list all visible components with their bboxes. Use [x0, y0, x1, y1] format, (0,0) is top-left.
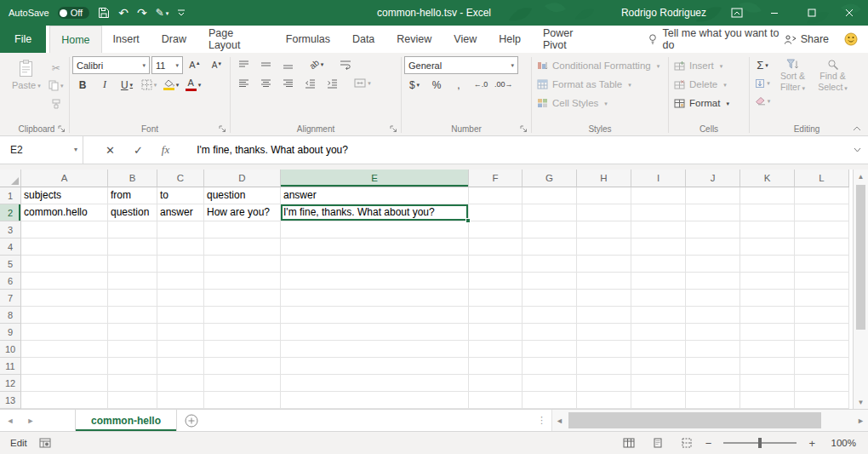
ribbon-display-options-button[interactable]	[718, 0, 756, 26]
cell-I9[interactable]	[631, 324, 686, 341]
cell-H2[interactable]	[577, 204, 631, 221]
cell-E11[interactable]	[281, 358, 469, 375]
cell-D13[interactable]	[204, 392, 281, 409]
cell-A4[interactable]	[21, 238, 108, 256]
cell-I13[interactable]	[631, 392, 686, 409]
tab-data[interactable]: Data	[341, 26, 385, 53]
formula-input[interactable]: I'm fine, thanks. What about you?	[190, 136, 846, 164]
cell-H7[interactable]	[577, 290, 631, 307]
cell-J1[interactable]	[686, 187, 740, 204]
cell-F9[interactable]	[469, 324, 523, 341]
column-header-J[interactable]: J	[686, 170, 740, 187]
cell-J10[interactable]	[686, 341, 740, 358]
cell-A9[interactable]	[21, 324, 108, 341]
cell-I4[interactable]	[631, 238, 686, 256]
cell-E8[interactable]	[281, 307, 469, 324]
accounting-format-button[interactable]: $▾	[404, 77, 425, 93]
cell-F7[interactable]	[469, 290, 523, 307]
conditional-formatting-button[interactable]: Conditional Formatting ▾	[534, 56, 665, 75]
cell-L5[interactable]	[795, 256, 849, 273]
cell-I6[interactable]	[631, 273, 686, 290]
cell-L11[interactable]	[795, 358, 849, 375]
macro-record-button[interactable]	[39, 438, 51, 448]
decrease-indent-button[interactable]	[300, 75, 320, 91]
column-header-H[interactable]: H	[577, 170, 631, 187]
tab-scrollbar-splitter[interactable]: ⋮	[532, 410, 551, 431]
close-button[interactable]	[831, 0, 868, 26]
column-header-C[interactable]: C	[157, 170, 204, 187]
find-select-button[interactable]: Find & Select▾	[813, 56, 853, 93]
cell-K5[interactable]	[740, 256, 795, 273]
cell-styles-button[interactable]: Cell Styles ▾	[534, 94, 665, 112]
tab-home[interactable]: Home	[49, 26, 101, 53]
font-name-combo[interactable]: Calibri ▾	[72, 56, 150, 74]
cell-E13[interactable]	[281, 392, 469, 409]
row-header-6[interactable]: 6	[0, 273, 21, 290]
cell-J4[interactable]	[686, 238, 740, 256]
row-header-7[interactable]: 7	[0, 290, 21, 307]
cell-D11[interactable]	[204, 358, 281, 375]
borders-button[interactable]: ▾	[139, 77, 159, 93]
format-painter-button[interactable]	[46, 95, 66, 112]
align-right-button[interactable]	[277, 75, 298, 91]
cell-K4[interactable]	[740, 238, 795, 256]
vertical-scrollbar[interactable]: ▲ ▼	[853, 170, 868, 409]
cell-A1[interactable]: subjects	[21, 187, 108, 204]
cell-F10[interactable]	[469, 341, 523, 358]
cell-D12[interactable]	[204, 375, 281, 392]
align-left-button[interactable]	[233, 75, 254, 91]
select-all-button[interactable]	[0, 170, 21, 187]
cell-B6[interactable]	[108, 273, 157, 290]
tab-insert[interactable]: Insert	[102, 26, 151, 53]
bottom-align-button[interactable]	[277, 56, 298, 72]
cell-C10[interactable]	[157, 341, 204, 358]
next-sheet-button[interactable]: ►	[20, 410, 41, 431]
cell-A11[interactable]	[21, 358, 108, 375]
cell-F2[interactable]	[469, 204, 523, 221]
cell-E9[interactable]	[281, 324, 469, 341]
zoom-level[interactable]: 100%	[824, 438, 856, 448]
cell-D8[interactable]	[204, 307, 281, 324]
scroll-up-button[interactable]: ▲	[854, 170, 868, 183]
cell-L3[interactable]	[795, 221, 849, 238]
cell-B3[interactable]	[108, 221, 157, 238]
row-header-8[interactable]: 8	[0, 307, 21, 324]
font-color-button[interactable]: A ▾	[183, 77, 203, 93]
confirm-entry-button[interactable]: ✓	[134, 144, 143, 157]
cell-H8[interactable]	[577, 307, 631, 324]
cell-I3[interactable]	[631, 221, 686, 238]
cell-H1[interactable]	[577, 187, 631, 204]
page-layout-view-button[interactable]	[648, 434, 668, 451]
cell-D10[interactable]	[204, 341, 281, 358]
number-format-combo[interactable]: General ▾	[404, 56, 518, 74]
comma-style-button[interactable]: ,	[448, 77, 469, 93]
minimize-button[interactable]	[756, 0, 793, 26]
cell-B7[interactable]	[108, 290, 157, 307]
row-header-2[interactable]: 2	[0, 204, 21, 221]
column-header-I[interactable]: I	[631, 170, 686, 187]
cell-F6[interactable]	[469, 273, 523, 290]
cell-J3[interactable]	[686, 221, 740, 238]
new-sheet-button[interactable]	[177, 410, 206, 431]
cell-L12[interactable]	[795, 375, 849, 392]
cut-button[interactable]: ✂	[46, 60, 66, 76]
cell-I1[interactable]	[631, 187, 686, 204]
cell-E1[interactable]: answer	[281, 187, 469, 204]
cell-C3[interactable]	[157, 221, 204, 238]
cell-H3[interactable]	[577, 221, 631, 238]
cell-E6[interactable]	[281, 273, 469, 290]
cell-G6[interactable]	[523, 273, 577, 290]
scroll-right-button[interactable]: ►	[854, 410, 868, 431]
cell-D9[interactable]	[204, 324, 281, 341]
row-header-13[interactable]: 13	[0, 392, 21, 409]
row-header-4[interactable]: 4	[0, 238, 21, 256]
column-header-A[interactable]: A	[21, 170, 108, 187]
cell-A10[interactable]	[21, 341, 108, 358]
increase-indent-button[interactable]	[322, 75, 342, 91]
column-header-G[interactable]: G	[523, 170, 577, 187]
cell-B12[interactable]	[108, 375, 157, 392]
cell-F12[interactable]	[469, 375, 523, 392]
cell-J7[interactable]	[686, 290, 740, 307]
cell-B8[interactable]	[108, 307, 157, 324]
insert-cells-button[interactable]: Insert ▾	[671, 56, 746, 75]
